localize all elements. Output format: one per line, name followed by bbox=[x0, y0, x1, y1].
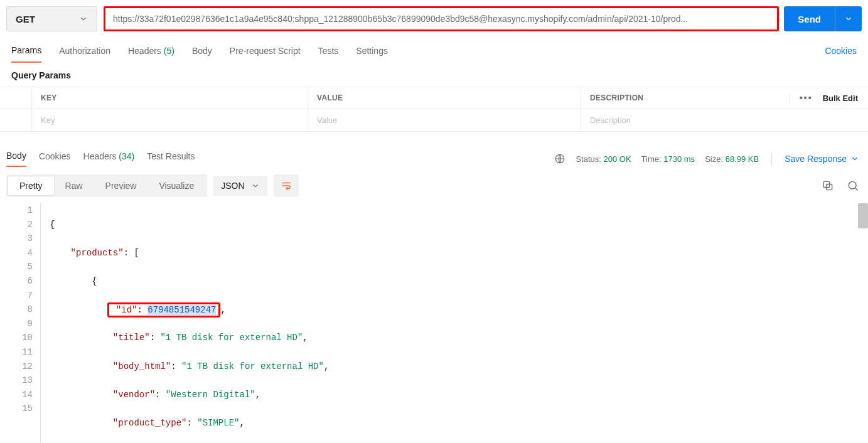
col-value: VALUE bbox=[308, 87, 581, 109]
line-gutter: 123456789101112131415 bbox=[0, 203, 40, 443]
resp-tab-cookies[interactable]: Cookies bbox=[39, 151, 71, 166]
view-pretty[interactable]: Pretty bbox=[8, 176, 54, 195]
cookies-link[interactable]: Cookies bbox=[825, 46, 857, 62]
url-ellipsis: ... bbox=[680, 14, 688, 24]
method-label: GET bbox=[16, 14, 35, 24]
description-input[interactable]: Description bbox=[581, 109, 868, 131]
scrollbar[interactable] bbox=[858, 203, 868, 228]
bulk-edit-button[interactable]: Bulk Edit bbox=[823, 93, 858, 103]
send-label: Send bbox=[784, 14, 835, 24]
view-preview[interactable]: Preview bbox=[94, 176, 148, 195]
tab-tests[interactable]: Tests bbox=[318, 46, 339, 62]
url-text: https://33a72f01e02987636e1c1a9a4e95c840… bbox=[113, 14, 680, 24]
svg-point-4 bbox=[849, 181, 856, 189]
key-input[interactable]: Key bbox=[31, 109, 308, 131]
save-response-button[interactable]: Save Response bbox=[785, 154, 859, 164]
query-params-table: KEY VALUE DESCRIPTION ••• Bulk Edit Key … bbox=[0, 87, 868, 132]
svg-line-5 bbox=[855, 188, 857, 190]
resp-tab-body[interactable]: Body bbox=[6, 151, 26, 167]
tab-headers[interactable]: Headers (5) bbox=[128, 46, 174, 62]
chevron-down-icon bbox=[79, 14, 88, 23]
resp-tab-headers[interactable]: Headers (34) bbox=[83, 151, 135, 166]
send-button[interactable]: Send bbox=[784, 6, 862, 31]
chevron-down-icon[interactable] bbox=[835, 14, 862, 23]
tab-authorization[interactable]: Authorization bbox=[59, 46, 110, 62]
wrap-lines-button[interactable] bbox=[274, 174, 299, 197]
url-input[interactable]: https://33a72f01e02987636e1c1a9a4e95c840… bbox=[104, 6, 779, 31]
tab-body[interactable]: Body bbox=[192, 46, 212, 62]
globe-icon[interactable] bbox=[554, 153, 565, 164]
code-content: { "products": [ { "id": 6794851549247, "… bbox=[40, 203, 868, 443]
more-icon[interactable]: ••• bbox=[800, 93, 813, 103]
language-select[interactable]: JSON bbox=[213, 176, 267, 196]
value-input[interactable]: Value bbox=[308, 109, 581, 131]
search-icon[interactable] bbox=[847, 179, 859, 192]
query-params-title: Query Params bbox=[0, 63, 868, 87]
response-meta: Status: 200 OK Time: 1730 ms Size: 68.99… bbox=[554, 153, 759, 164]
view-visualize[interactable]: Visualize bbox=[147, 176, 205, 195]
resp-tab-test-results[interactable]: Test Results bbox=[147, 151, 195, 166]
tab-prerequest[interactable]: Pre-request Script bbox=[230, 46, 301, 62]
view-mode-segment: Pretty Raw Preview Visualize bbox=[6, 174, 207, 197]
view-raw[interactable]: Raw bbox=[54, 176, 94, 195]
copy-icon[interactable] bbox=[822, 179, 834, 192]
method-select[interactable]: GET bbox=[6, 6, 97, 31]
col-description: DESCRIPTION bbox=[581, 87, 789, 109]
col-key: KEY bbox=[31, 87, 308, 109]
response-body[interactable]: 123456789101112131415 { "products": [ { … bbox=[0, 203, 868, 443]
tab-settings[interactable]: Settings bbox=[356, 46, 388, 62]
tab-params[interactable]: Params bbox=[11, 45, 41, 63]
